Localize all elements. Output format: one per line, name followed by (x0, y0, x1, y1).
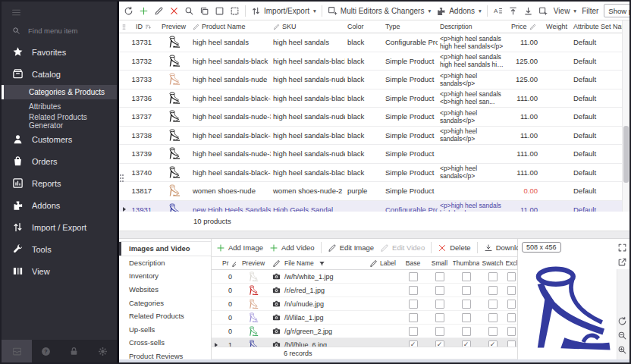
sidebar-item-catalog[interactable]: Catalog (2, 63, 117, 85)
move-down-button[interactable] (523, 6, 533, 16)
sidebar-item-attributes[interactable]: Attributes (2, 99, 117, 114)
column-header-preview[interactable]: Preview (157, 23, 190, 30)
add-product-button[interactable] (139, 6, 149, 16)
column-header-sku[interactable]: SKU (271, 23, 345, 30)
product-row[interactable]: 13817women shoes-nudewomen shoes-nude-2p… (119, 182, 622, 201)
thumbnail-checkbox[interactable] (462, 340, 471, 347)
scrollbar-thumb[interactable] (623, 126, 629, 184)
image-row[interactable]: 0/l/i/lilac_1.jpg (212, 311, 517, 325)
column-header-id[interactable]: ID (129, 23, 157, 30)
image-row[interactable]: 1/b/l/blue_6.jpg (212, 338, 517, 347)
column-header-product-name[interactable]: Product Name (190, 23, 271, 30)
product-row[interactable]: 13736high heel sandals-black-36high heel… (119, 89, 622, 108)
image-row[interactable]: 0/w/h/white_1.jpg (212, 270, 517, 284)
base-checkbox[interactable] (409, 286, 418, 295)
tab-description[interactable]: Description (119, 256, 211, 270)
lock-button[interactable] (60, 340, 88, 362)
swatch-checkbox[interactable] (488, 340, 498, 347)
translate-button[interactable]: A (493, 6, 503, 16)
sidebar-item-categories-products[interactable]: Categories & Products (2, 85, 117, 99)
check-select-button[interactable] (215, 6, 224, 16)
small-checkbox[interactable] (435, 313, 444, 322)
tab-websites[interactable]: Websites (119, 283, 211, 297)
thumbnail-checkbox[interactable] (462, 313, 471, 322)
product-row[interactable]: 13739high heel sandals-nude-37high heel … (119, 145, 622, 164)
small-checkbox[interactable] (435, 272, 444, 281)
thumbnail-checkbox[interactable] (462, 300, 471, 309)
swatch-checkbox[interactable] (488, 286, 498, 295)
column-header-attribute-set[interactable]: Attribute Set Name (571, 23, 622, 30)
zoom-out-button[interactable] (617, 331, 627, 340)
tab-categories[interactable]: Categories (119, 296, 211, 309)
base-checkbox[interactable] (409, 272, 418, 281)
column-header-weight[interactable]: Weight (542, 23, 571, 30)
exclude-checkbox[interactable] (507, 272, 516, 281)
add-video-button[interactable]: Add Video (269, 243, 315, 253)
tab-related-products[interactable]: Related Products (119, 309, 211, 323)
column-header-exclude[interactable]: Exclude (506, 259, 517, 268)
column-header-swatch[interactable]: Swatch (479, 259, 506, 267)
addons-menu[interactable]: Addons ▾ (436, 6, 482, 16)
tab-product-reviews[interactable]: Product Reviews (119, 350, 211, 359)
search-products-button[interactable] (184, 6, 194, 16)
exclude-checkbox[interactable] (507, 340, 516, 347)
edit-product-button[interactable] (154, 6, 164, 16)
delete-product-button[interactable] (169, 6, 179, 16)
swatch-checkbox[interactable] (488, 313, 498, 322)
edit-image-button[interactable]: Edit Image (328, 243, 374, 253)
refresh-button[interactable] (124, 6, 133, 16)
exclude-checkbox[interactable] (507, 286, 516, 295)
small-checkbox[interactable] (435, 286, 444, 295)
column-header-label[interactable]: Label (368, 259, 400, 268)
row-selector-header[interactable] (119, 24, 129, 30)
thumbnail-checkbox[interactable] (462, 286, 471, 295)
product-row[interactable]: 13737high heel sandals-nude-36high heel … (119, 108, 622, 127)
rotate-image-button[interactable] (617, 316, 627, 326)
product-row[interactable]: 13738high heel sandals-black-37high heel… (119, 127, 622, 146)
small-checkbox[interactable] (435, 300, 444, 309)
column-header-description[interactable]: Description (438, 23, 509, 30)
thumbnail-checkbox[interactable] (462, 272, 471, 281)
swatch-checkbox[interactable] (488, 272, 498, 281)
delete-button[interactable]: Delete (438, 243, 470, 253)
tab-up-sells[interactable]: Up-sells (119, 323, 211, 337)
sidebar-item-import-export[interactable]: Import / Export (2, 216, 117, 238)
small-checkbox[interactable] (435, 327, 444, 336)
marquee-select-button[interactable] (230, 6, 240, 16)
vertical-scrollbar[interactable] (622, 20, 629, 212)
product-row[interactable]: 13732high heel sandals-blackhigh heel sa… (119, 52, 622, 71)
thumbnail-checkbox[interactable] (462, 327, 471, 336)
product-row[interactable]: 13931new High Heels SandalsHigh Geels Sa… (119, 201, 622, 212)
edit-video-button[interactable]: Edit Video (380, 243, 425, 253)
column-header-type[interactable]: Type (383, 23, 438, 30)
column-header-color[interactable]: Color (345, 23, 383, 30)
column-header-price[interactable]: Price (509, 23, 542, 30)
settings-button[interactable] (89, 340, 117, 362)
menu-search-input[interactable] (27, 26, 105, 36)
store-button[interactable] (2, 340, 32, 362)
sidebar-item-favorites[interactable]: Favorites (2, 41, 117, 63)
copy-button[interactable] (199, 6, 209, 16)
sidebar-item-orders[interactable]: Orders (2, 150, 117, 172)
category-filter-select[interactable]: Show products from selected categories ▾ (604, 4, 631, 17)
small-checkbox[interactable] (435, 340, 444, 347)
tab-images-and-video[interactable]: Images and Video (119, 241, 211, 256)
import-export-menu[interactable]: Import/Export ▾ (251, 6, 316, 16)
base-checkbox[interactable] (409, 313, 418, 322)
exclude-checkbox[interactable] (507, 327, 516, 336)
product-row[interactable]: 13731high heel sandalshigh heel sandalsb… (119, 33, 622, 52)
exclude-checkbox[interactable] (507, 300, 516, 309)
exclude-checkbox[interactable] (507, 313, 516, 322)
sidebar-item-addons[interactable]: Addons (2, 194, 117, 216)
column-header-thumbnail[interactable]: Thumbna (453, 259, 479, 267)
column-header-base[interactable]: Base (400, 259, 426, 267)
column-header-pr[interactable]: Pr (221, 259, 236, 268)
zoom-in-button[interactable] (617, 345, 627, 355)
sidebar-item-related-products-generator[interactable]: Related Products Generator (2, 114, 117, 128)
tab-cross-sells[interactable]: Cross-sells (119, 336, 211, 350)
column-header-preview[interactable]: Preview (236, 259, 271, 267)
add-image-button[interactable]: Add Image (216, 243, 263, 253)
move-up-button[interactable] (508, 6, 518, 16)
fullscreen-button[interactable] (617, 243, 627, 253)
help-button[interactable]: ? (32, 340, 60, 362)
